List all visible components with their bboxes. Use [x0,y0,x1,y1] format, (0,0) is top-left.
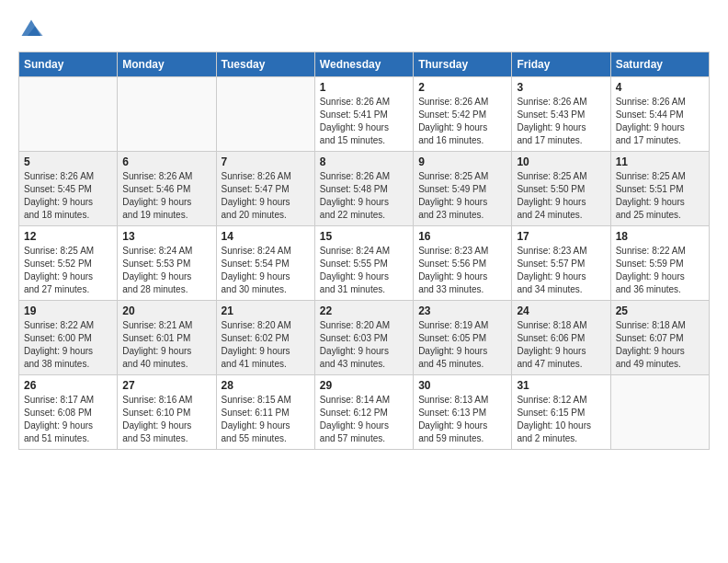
day-info: Sunrise: 8:17 AM Sunset: 6:08 PM Dayligh… [24,394,112,445]
day-number: 21 [222,304,310,317]
calendar-wrapper: SundayMondayTuesdayWednesdayThursdayFrid… [0,52,728,459]
day-cell: 5Sunrise: 8:26 AM Sunset: 5:45 PM Daylig… [19,152,118,226]
day-number: 27 [122,379,210,392]
day-number: 12 [24,230,112,243]
weekday-friday: Friday [512,52,610,77]
day-info: Sunrise: 8:26 AM Sunset: 5:47 PM Dayligh… [222,170,310,222]
weekday-monday: Monday [118,52,216,77]
day-cell: 21Sunrise: 8:20 AM Sunset: 6:02 PM Dayli… [216,301,314,375]
week-row-5: 26Sunrise: 8:17 AM Sunset: 6:08 PM Dayli… [19,375,710,450]
day-cell: 3Sunrise: 8:26 AM Sunset: 5:43 PM Daylig… [512,77,610,152]
day-number: 6 [122,155,210,168]
day-info: Sunrise: 8:12 AM Sunset: 6:15 PM Dayligh… [517,394,605,445]
day-cell: 7Sunrise: 8:26 AM Sunset: 5:47 PM Daylig… [216,152,314,226]
day-number: 31 [517,379,605,392]
day-cell: 1Sunrise: 8:26 AM Sunset: 5:41 PM Daylig… [314,77,413,152]
weekday-header-row: SundayMondayTuesdayWednesdayThursdayFrid… [19,52,710,77]
day-info: Sunrise: 8:25 AM Sunset: 5:49 PM Dayligh… [418,170,506,222]
day-info: Sunrise: 8:16 AM Sunset: 6:10 PM Dayligh… [122,394,210,445]
day-cell: 20Sunrise: 8:21 AM Sunset: 6:01 PM Dayli… [118,301,216,375]
day-number: 29 [320,379,408,392]
weekday-wednesday: Wednesday [314,52,413,77]
day-cell: 2Sunrise: 8:26 AM Sunset: 5:42 PM Daylig… [414,77,512,152]
logo [18,17,48,42]
day-number: 24 [517,304,605,317]
day-cell: 31Sunrise: 8:12 AM Sunset: 6:15 PM Dayli… [512,375,610,450]
day-cell: 15Sunrise: 8:24 AM Sunset: 5:55 PM Dayli… [314,226,413,301]
day-cell: 18Sunrise: 8:22 AM Sunset: 5:59 PM Dayli… [610,226,709,301]
day-info: Sunrise: 8:26 AM Sunset: 5:43 PM Dayligh… [517,96,605,147]
day-number: 3 [517,81,605,94]
day-info: Sunrise: 8:26 AM Sunset: 5:42 PM Dayligh… [418,96,506,147]
day-info: Sunrise: 8:25 AM Sunset: 5:50 PM Dayligh… [517,170,605,222]
week-row-3: 12Sunrise: 8:25 AM Sunset: 5:52 PM Dayli… [19,226,710,301]
day-number: 22 [320,304,408,317]
day-cell: 25Sunrise: 8:18 AM Sunset: 6:07 PM Dayli… [610,301,709,375]
day-info: Sunrise: 8:26 AM Sunset: 5:44 PM Dayligh… [616,96,704,147]
weekday-tuesday: Tuesday [216,52,314,77]
day-number: 26 [24,379,112,392]
day-info: Sunrise: 8:18 AM Sunset: 6:06 PM Dayligh… [517,319,605,371]
day-number: 10 [517,155,605,168]
day-info: Sunrise: 8:14 AM Sunset: 6:12 PM Dayligh… [320,394,408,445]
day-info: Sunrise: 8:23 AM Sunset: 5:57 PM Dayligh… [517,245,605,296]
day-info: Sunrise: 8:24 AM Sunset: 5:54 PM Dayligh… [222,245,310,296]
day-info: Sunrise: 8:20 AM Sunset: 6:02 PM Dayligh… [222,319,310,371]
day-cell: 19Sunrise: 8:22 AM Sunset: 6:00 PM Dayli… [19,301,118,375]
day-cell: 24Sunrise: 8:18 AM Sunset: 6:06 PM Dayli… [512,301,610,375]
day-cell: 30Sunrise: 8:13 AM Sunset: 6:13 PM Dayli… [414,375,512,450]
day-cell: 11Sunrise: 8:25 AM Sunset: 5:51 PM Dayli… [610,152,709,226]
day-number: 23 [418,304,506,317]
day-number: 28 [222,379,310,392]
day-number: 16 [418,230,506,243]
day-number: 11 [616,155,704,168]
day-number: 13 [122,230,210,243]
day-number: 9 [418,155,506,168]
day-info: Sunrise: 8:19 AM Sunset: 6:05 PM Dayligh… [418,319,506,371]
day-cell [118,77,216,152]
week-row-1: 1Sunrise: 8:26 AM Sunset: 5:41 PM Daylig… [19,77,710,152]
day-cell: 6Sunrise: 8:26 AM Sunset: 5:46 PM Daylig… [118,152,216,226]
weekday-sunday: Sunday [19,52,118,77]
day-cell: 13Sunrise: 8:24 AM Sunset: 5:53 PM Dayli… [118,226,216,301]
day-number: 7 [222,155,310,168]
day-info: Sunrise: 8:24 AM Sunset: 5:53 PM Dayligh… [122,245,210,296]
day-number: 30 [418,379,506,392]
day-info: Sunrise: 8:15 AM Sunset: 6:11 PM Dayligh… [222,394,310,445]
day-cell: 4Sunrise: 8:26 AM Sunset: 5:44 PM Daylig… [610,77,709,152]
day-number: 4 [616,81,704,94]
day-info: Sunrise: 8:13 AM Sunset: 6:13 PM Dayligh… [418,394,506,445]
day-info: Sunrise: 8:26 AM Sunset: 5:41 PM Dayligh… [320,96,408,147]
day-number: 18 [616,230,704,243]
day-info: Sunrise: 8:22 AM Sunset: 5:59 PM Dayligh… [616,245,704,296]
day-cell: 26Sunrise: 8:17 AM Sunset: 6:08 PM Dayli… [19,375,118,450]
day-cell: 23Sunrise: 8:19 AM Sunset: 6:05 PM Dayli… [414,301,512,375]
day-info: Sunrise: 8:24 AM Sunset: 5:55 PM Dayligh… [320,245,408,296]
day-info: Sunrise: 8:26 AM Sunset: 5:48 PM Dayligh… [320,170,408,222]
header [0,0,728,52]
day-cell: 22Sunrise: 8:20 AM Sunset: 6:03 PM Dayli… [314,301,413,375]
day-info: Sunrise: 8:22 AM Sunset: 6:00 PM Dayligh… [24,319,112,371]
day-info: Sunrise: 8:25 AM Sunset: 5:52 PM Dayligh… [24,245,112,296]
day-info: Sunrise: 8:23 AM Sunset: 5:56 PM Dayligh… [418,245,506,296]
day-info: Sunrise: 8:20 AM Sunset: 6:03 PM Dayligh… [320,319,408,371]
week-row-2: 5Sunrise: 8:26 AM Sunset: 5:45 PM Daylig… [19,152,710,226]
logo-icon [18,17,44,42]
weekday-thursday: Thursday [414,52,512,77]
day-cell: 28Sunrise: 8:15 AM Sunset: 6:11 PM Dayli… [216,375,314,450]
week-row-4: 19Sunrise: 8:22 AM Sunset: 6:00 PM Dayli… [19,301,710,375]
day-info: Sunrise: 8:26 AM Sunset: 5:46 PM Dayligh… [122,170,210,222]
day-cell: 12Sunrise: 8:25 AM Sunset: 5:52 PM Dayli… [19,226,118,301]
day-cell: 9Sunrise: 8:25 AM Sunset: 5:49 PM Daylig… [414,152,512,226]
day-number: 17 [517,230,605,243]
page: SundayMondayTuesdayWednesdayThursdayFrid… [0,0,728,563]
day-cell [610,375,709,450]
day-info: Sunrise: 8:18 AM Sunset: 6:07 PM Dayligh… [616,319,704,371]
day-cell: 27Sunrise: 8:16 AM Sunset: 6:10 PM Dayli… [118,375,216,450]
day-number: 2 [418,81,506,94]
day-number: 14 [222,230,310,243]
day-cell: 8Sunrise: 8:26 AM Sunset: 5:48 PM Daylig… [314,152,413,226]
weekday-saturday: Saturday [610,52,709,77]
day-number: 8 [320,155,408,168]
day-number: 5 [24,155,112,168]
